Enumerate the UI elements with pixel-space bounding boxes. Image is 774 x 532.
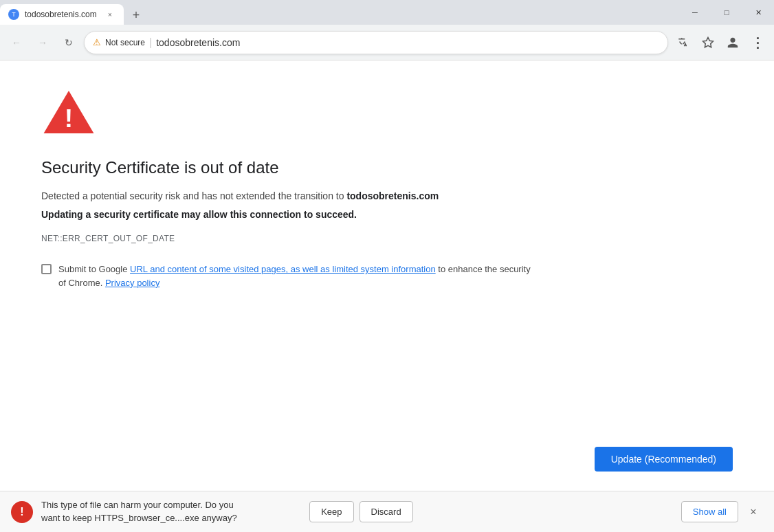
update-recommended-button[interactable]: Update (Recommended) bbox=[595, 447, 733, 472]
tab-title: todosobretenis.com bbox=[25, 10, 99, 19]
submit-label: Submit to Google URL and content of some… bbox=[58, 263, 536, 289]
description-text: Detected a potential security risk and h… bbox=[41, 188, 733, 203]
update-button-container: Update (Recommended) bbox=[595, 447, 733, 472]
menu-button[interactable]: ⋮ bbox=[747, 32, 769, 54]
active-tab[interactable]: T todosobretenis.com × bbox=[0, 4, 124, 25]
toolbar-icons: ⋮ bbox=[672, 32, 769, 54]
submit-checkbox-row: Submit to Google URL and content of some… bbox=[41, 263, 536, 289]
tab-close-button[interactable]: × bbox=[104, 9, 115, 20]
window-close-button[interactable]: ✕ bbox=[742, 0, 774, 25]
download-bar-close-button[interactable]: × bbox=[744, 502, 763, 522]
window-controls: ─ □ ✕ bbox=[679, 0, 774, 25]
bold-advice-text: Updating a security certificate may allo… bbox=[41, 209, 733, 220]
forward-button[interactable]: → bbox=[32, 32, 54, 54]
download-warning-icon: ! bbox=[11, 501, 33, 523]
url-bar[interactable]: ⚠ Not secure | todosobretenis.com bbox=[84, 31, 668, 54]
tab-bar: T todosobretenis.com × + bbox=[0, 0, 679, 25]
reload-button[interactable]: ↻ bbox=[58, 32, 80, 54]
not-secure-text: Not secure bbox=[105, 38, 145, 47]
minimize-button[interactable]: ─ bbox=[679, 0, 711, 25]
account-button[interactable] bbox=[722, 32, 744, 54]
page-title: Security Certificate is out of date bbox=[41, 158, 733, 177]
not-secure-icon: ⚠ bbox=[93, 37, 101, 47]
title-bar: T todosobretenis.com × + ─ □ ✕ bbox=[0, 0, 774, 25]
url-divider: | bbox=[149, 36, 152, 49]
keep-button[interactable]: Keep bbox=[309, 501, 353, 522]
bookmark-button[interactable] bbox=[697, 32, 719, 54]
download-message: This type of file can harm your computer… bbox=[41, 499, 304, 524]
download-bar: ! This type of file can harm your comput… bbox=[0, 491, 774, 532]
url-content-link[interactable]: URL and content of some visited pages, a… bbox=[130, 264, 436, 274]
translate-button[interactable] bbox=[672, 32, 694, 54]
svg-marker-0 bbox=[703, 37, 714, 47]
show-all-button[interactable]: Show all bbox=[681, 501, 738, 522]
url-text: todosobretenis.com bbox=[156, 37, 659, 48]
new-tab-button[interactable]: + bbox=[126, 5, 146, 25]
submit-checkbox[interactable] bbox=[41, 264, 52, 274]
warning-triangle-icon: ! bbox=[41, 88, 96, 136]
tab-favicon: T bbox=[8, 9, 19, 20]
discard-button[interactable]: Discard bbox=[360, 501, 413, 522]
maximize-button[interactable]: □ bbox=[711, 0, 742, 25]
error-code: NET::ERR_CERT_OUT_OF_DATE bbox=[41, 234, 733, 243]
svg-text:!: ! bbox=[65, 104, 73, 133]
page-content: ! Security Certificate is out of date De… bbox=[0, 60, 774, 491]
address-bar: ← → ↻ ⚠ Not secure | todosobretenis.com … bbox=[0, 25, 774, 60]
privacy-policy-link[interactable]: Privacy policy bbox=[105, 278, 159, 288]
back-button[interactable]: ← bbox=[5, 32, 27, 54]
